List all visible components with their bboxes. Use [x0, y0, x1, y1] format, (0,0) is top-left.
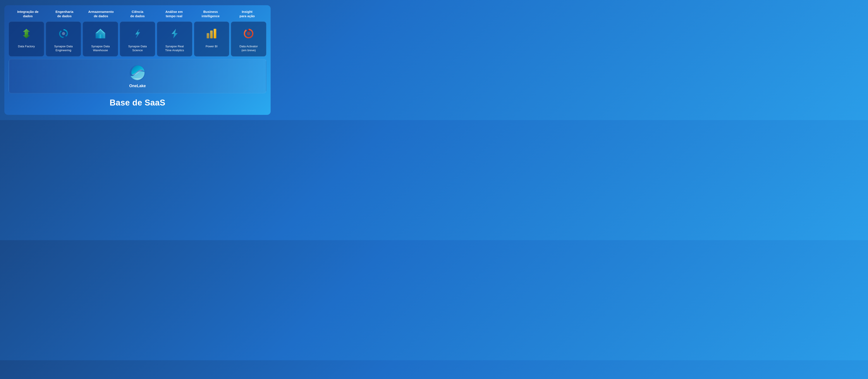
card-synapse-data-warehouse[interactable]: Synapse DataWarehouse — [83, 22, 118, 57]
col-header-1: Integração dedados — [9, 9, 46, 18]
synapse-science-icon — [130, 26, 145, 41]
card-synapse-data-science[interactable]: Synapse DataScience — [120, 22, 155, 57]
card-data-activator[interactable]: Data Activator(em breve) — [231, 22, 266, 57]
saas-base-label: Base de SaaS — [9, 96, 266, 108]
card-data-factory[interactable]: Data Factory — [9, 22, 44, 57]
svg-rect-7 — [214, 29, 216, 38]
card-synapse-real-time[interactable]: Synapse RealTime Analytics — [157, 22, 192, 57]
card-synapse-science-label: Synapse DataScience — [128, 44, 147, 52]
onelake-label: OneLake — [129, 84, 146, 88]
columns-header: Integração dedados Engenhariade dados Ar… — [9, 9, 266, 18]
card-power-bi-label: Power BI — [206, 44, 218, 48]
data-factory-icon — [19, 26, 34, 41]
svg-rect-6 — [210, 31, 213, 38]
svg-point-8 — [247, 32, 250, 35]
col-header-2: Engenhariade dados — [46, 9, 83, 18]
data-activator-icon — [241, 26, 256, 41]
col-header-5: Análise emtempo real — [156, 9, 192, 18]
card-synapse-warehouse-label: Synapse DataWarehouse — [91, 44, 110, 52]
svg-rect-5 — [207, 33, 209, 38]
card-data-factory-label: Data Factory — [18, 44, 35, 48]
col-header-7: Insightpara ação — [229, 9, 266, 18]
card-data-activator-label: Data Activator(em breve) — [240, 44, 258, 52]
cards-row: Data Factory Synapse Dat — [9, 22, 266, 57]
synapse-warehouse-icon — [93, 26, 108, 41]
onelake-container: OneLake — [9, 59, 266, 93]
col-header-3: Armazenamentode dados — [83, 9, 119, 18]
svg-rect-4 — [99, 34, 101, 38]
onelake-icon — [129, 64, 146, 81]
synapse-engineering-icon — [56, 26, 71, 41]
svg-point-0 — [62, 32, 65, 35]
card-synapse-realtime-label: Synapse RealTime Analytics — [165, 44, 184, 52]
synapse-realtime-icon — [167, 26, 182, 41]
card-synapse-engineering-label: Synapse DataEngineering — [54, 44, 73, 52]
col-header-4: Ciênciade dados — [119, 9, 156, 18]
main-container: Integração dedados Engenhariade dados Ar… — [4, 5, 271, 115]
power-bi-icon — [204, 26, 219, 41]
col-header-6: Businessintelligence — [192, 9, 229, 18]
card-power-bi[interactable]: Power BI — [194, 22, 229, 57]
card-synapse-data-engineering[interactable]: Synapse DataEngineering — [46, 22, 81, 57]
